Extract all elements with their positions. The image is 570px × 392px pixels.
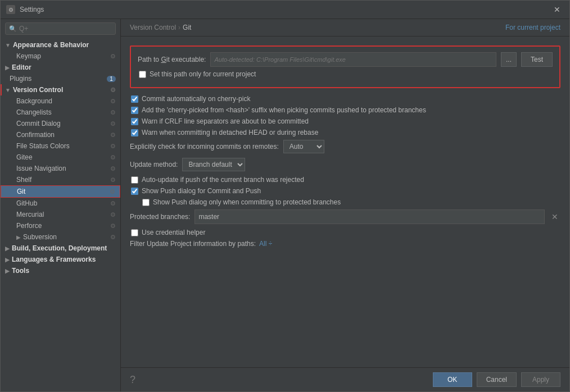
expand-arrow: ▶ [5, 245, 10, 252]
add-suffix-label[interactable]: Add the 'cherry-picked from <hash>' suff… [142, 106, 426, 114]
sidebar-item-issue-navigation[interactable]: Issue Navigation ⚙ [1, 163, 120, 174]
set-path-only-row: Set this path only for current project [138, 70, 553, 78]
search-input[interactable] [19, 25, 112, 33]
title-bar: ⚙ Settings ✕ [1, 1, 569, 19]
checkbox-warn-crlf: Warn if CRLF line separators are about t… [130, 117, 560, 125]
sidebar-item-perforce[interactable]: Perforce ⚙ [1, 220, 120, 231]
sidebar-item-build-execution[interactable]: ▶ Build, Execution, Deployment [1, 243, 120, 254]
expand-arrow: ▶ [16, 234, 21, 240]
set-path-only-checkbox[interactable] [139, 71, 146, 78]
sidebar-item-plugins[interactable]: Plugins 1 [1, 73, 120, 84]
cancel-button[interactable]: Cancel [477, 372, 517, 387]
test-button[interactable]: Test [521, 52, 553, 67]
main-content: 🔍 ▼ Appearance & Behavior Keymap ⚙ ▶ Edi… [1, 19, 569, 391]
apply-button[interactable]: Apply [521, 372, 560, 387]
protected-branches-label: Protected branches: [130, 213, 190, 221]
warn-detached-label[interactable]: Warn when committing in detached HEAD or… [142, 129, 318, 136]
search-box[interactable]: 🔍 [5, 22, 116, 35]
sidebar-item-git[interactable]: Git ⚙ [1, 185, 120, 198]
credential-checkbox[interactable] [131, 229, 138, 236]
settings-gear-icon: ⚙ [110, 98, 116, 105]
auto-update-checkbox[interactable] [131, 176, 138, 184]
auto-update-label[interactable]: Auto-update if push of the current branc… [142, 176, 304, 184]
expand-arrow: ▶ [5, 65, 10, 71]
sidebar-item-label: Background [16, 97, 52, 105]
sidebar-item-label: Perforce [16, 222, 42, 230]
sidebar-item-gitee[interactable]: Gitee ⚙ [1, 152, 120, 163]
warn-crlf-label[interactable]: Warn if CRLF line separators are about t… [142, 117, 309, 125]
sidebar-item-label: Editor [12, 63, 31, 71]
sidebar-item-label: Commit Dialog [16, 120, 61, 127]
show-push-protected-checkbox[interactable] [142, 199, 150, 206]
show-push-label[interactable]: Show Push dialog for Commit and Push [142, 187, 261, 195]
warn-detached-checkbox[interactable] [131, 129, 138, 136]
checkbox-show-push-protected: Show Push dialog only when committing to… [130, 198, 560, 206]
project-link[interactable]: For current project [505, 24, 560, 31]
path-input[interactable] [210, 52, 496, 67]
sidebar-item-editor[interactable]: ▶ Editor [1, 62, 120, 73]
sidebar-item-changelists[interactable]: Changelists ⚙ [1, 107, 120, 118]
incoming-commits-select[interactable]: Auto Always Never [283, 140, 324, 153]
sidebar-item-github[interactable]: GitHub ⚙ [1, 198, 120, 209]
sidebar-item-commit-dialog[interactable]: Commit Dialog ⚙ [1, 118, 120, 129]
checkbox-commit-cherry-pick: Commit automatically on cherry-pick [130, 95, 560, 103]
sidebar-item-label: Confirmation [16, 131, 55, 139]
sidebar-item-confirmation[interactable]: Confirmation ⚙ [1, 129, 120, 140]
settings-gear-icon: ⚙ [110, 154, 116, 161]
warn-crlf-checkbox[interactable] [131, 118, 138, 125]
settings-gear-icon: ⚙ [110, 86, 116, 94]
sidebar-item-label: Appearance & Behavior [13, 41, 89, 49]
commit-cherry-checkbox[interactable] [131, 95, 138, 103]
filter-value[interactable]: All ÷ [259, 240, 272, 248]
sidebar-item-tools[interactable]: ▶ Tools [1, 265, 120, 276]
checkbox-add-suffix: Add the 'cherry-picked from <hash>' suff… [130, 106, 560, 114]
settings-gear-icon: ⚙ [110, 188, 115, 195]
sidebar-item-keymap[interactable]: Keymap ⚙ [1, 51, 120, 62]
close-button[interactable]: ✕ [550, 4, 564, 15]
sidebar: 🔍 ▼ Appearance & Behavior Keymap ⚙ ▶ Edi… [1, 19, 121, 391]
sidebar-item-label: File Status Colors [16, 142, 70, 150]
breadcrumb-sep: › [178, 24, 180, 31]
content-panel: Version Control › Git For current projec… [121, 19, 569, 391]
sidebar-item-label: Version Control [13, 86, 63, 94]
checkbox-show-push: Show Push dialog for Commit and Push [130, 187, 560, 195]
sidebar-item-shelf[interactable]: Shelf ⚙ [1, 174, 120, 185]
help-button[interactable]: ? [130, 374, 135, 386]
settings-gear-icon: ⚙ [110, 222, 116, 230]
sidebar-item-subversion[interactable]: ▶ Subversion ⚙ [1, 231, 120, 243]
ok-button[interactable]: OK [433, 372, 472, 387]
protected-branches-row: Protected branches: ✕ [130, 209, 560, 224]
sidebar-item-file-status-colors[interactable]: File Status Colors ⚙ [1, 140, 120, 152]
set-path-only-label[interactable]: Set this path only for current project [150, 70, 256, 78]
expand-arrow: ▼ [5, 42, 11, 48]
expand-arrow: ▶ [5, 257, 10, 263]
update-method-row: Update method: Branch default Merge Reba… [130, 158, 560, 171]
sidebar-item-version-control[interactable]: ▼ Version Control ⚙ [1, 84, 120, 95]
add-suffix-checkbox[interactable] [131, 107, 138, 114]
breadcrumb: Version Control › Git For current projec… [121, 19, 569, 37]
path-row: Path to Git executable: ... Test [138, 52, 553, 67]
sidebar-item-label: Gitee [16, 153, 33, 161]
footer-buttons: OK Cancel Apply [433, 372, 560, 387]
show-push-protected-label[interactable]: Show Push dialog only when committing to… [153, 198, 341, 206]
sidebar-item-background[interactable]: Background ⚙ [1, 95, 120, 107]
path-label: Path to Git executable: [138, 56, 206, 63]
sidebar-item-label: Keymap [16, 52, 41, 60]
filter-label: Filter Update Project information by pat… [130, 240, 256, 248]
protected-branches-input[interactable] [194, 209, 545, 224]
checkbox-credential: Use credential helper [130, 229, 560, 236]
sidebar-item-label: Shelf [16, 176, 31, 184]
show-push-checkbox[interactable] [131, 188, 138, 195]
commit-cherry-label[interactable]: Commit automatically on cherry-pick [142, 95, 250, 103]
browse-button[interactable]: ... [501, 52, 517, 67]
protected-clear-icon[interactable]: ✕ [549, 212, 560, 221]
sidebar-item-languages-frameworks[interactable]: ▶ Languages & Frameworks [1, 254, 120, 265]
plugins-badge: 1 [107, 76, 116, 82]
sidebar-item-appearance-behavior[interactable]: ▼ Appearance & Behavior [1, 39, 120, 51]
checkbox-auto-update: Auto-update if push of the current branc… [130, 176, 560, 184]
credential-label[interactable]: Use credential helper [142, 229, 205, 236]
filter-row: Filter Update Project information by pat… [130, 240, 560, 248]
sidebar-item-label: Plugins [10, 75, 31, 83]
sidebar-item-mercurial[interactable]: Mercurial ⚙ [1, 209, 120, 220]
update-method-select[interactable]: Branch default Merge Rebase [182, 158, 245, 171]
